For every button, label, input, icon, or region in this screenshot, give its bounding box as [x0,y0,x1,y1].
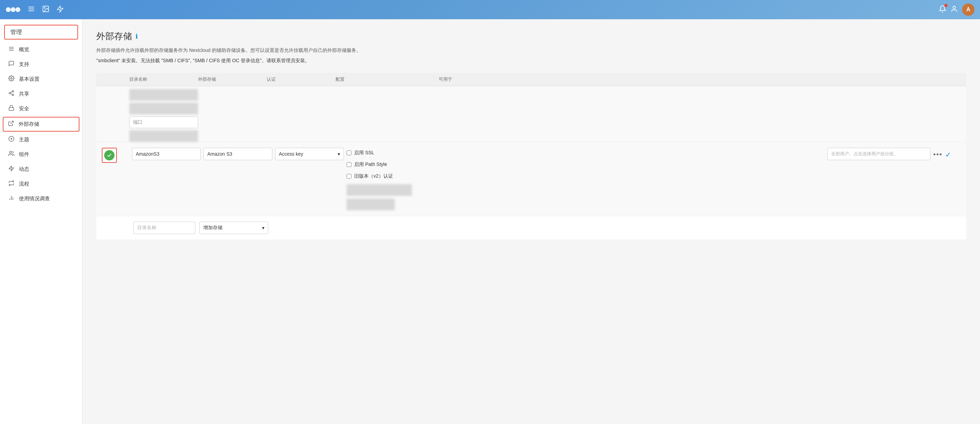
svg-point-1 [11,7,16,12]
sidebar-item-components[interactable]: 组件 [0,147,82,162]
activity-icon[interactable] [56,5,64,14]
auth-method-select[interactable]: Access key ▾ [275,148,344,160]
path-style-checkbox[interactable] [347,162,352,167]
legacy-auth-checkbox[interactable] [347,174,352,179]
config-blurred-1 [347,184,412,196]
legacy-auth-checkbox-row[interactable]: 旧版本（v2）认证 [347,171,824,181]
themes-icon [8,136,15,144]
info-icon[interactable]: ℹ [135,33,138,40]
support-icon [8,60,15,68]
col-actions [535,76,563,83]
blurred-field-2 [129,103,198,114]
user-avatar[interactable]: A [962,3,975,16]
sidebar-item-themes[interactable]: 主题 [0,132,82,147]
confirm-button[interactable]: ✓ [945,151,951,159]
sidebar-item-usage-survey[interactable]: 使用情况调查 [0,191,82,206]
upper-config-area: 端口 [96,86,966,142]
add-storage-row: 目录名称 增加存储 ▾ [96,216,966,240]
content-area: 外部存储 ℹ 外部存储插件允许挂载外部的存储服务作为 Nextcloud 的辅助… [83,19,980,424]
svg-point-4 [44,7,45,8]
table-header: 目录名称 外部存储 认证 配置 可用于 [96,73,966,86]
svg-line-14 [10,92,12,93]
sidebar-activity-label: 动态 [19,166,29,173]
sidebar-external-storage-label: 外部存储 [19,121,39,127]
svg-point-5 [953,6,955,8]
page-title: 外部存储 ℹ [96,30,966,42]
svg-point-12 [12,94,14,96]
upper-config-fields: 端口 [129,89,256,142]
sidebar-item-security[interactable]: 安全 [0,102,82,116]
notification-badge [944,4,948,7]
app-logo[interactable] [5,5,21,14]
workflow-icon [8,180,15,188]
storage-status-indicator[interactable] [102,148,117,163]
blurred-field-1 [129,89,198,101]
col-auth: 认证 [267,76,336,83]
folder-name-input[interactable]: AmazonS3 [132,148,201,160]
security-icon [8,105,15,113]
sharing-icon [8,90,15,98]
ssl-checkbox-row[interactable]: 启用 SSL [347,148,824,158]
col-available-for: 可用于 [439,76,535,83]
sidebar-basic-settings-label: 基本设置 [19,76,40,83]
files-icon[interactable] [27,5,35,14]
sidebar-themes-label: 主题 [19,137,29,143]
col-external-storage: 外部存储 [198,76,267,83]
warning-message: "smbclient" 未安装。无法挂载 "SMB / CIFS", "SMB … [96,57,966,64]
connected-check [104,150,115,160]
svg-point-9 [11,78,13,79]
svg-point-20 [10,151,12,153]
table-row: AmazonS3 Amazon S3 Access key ▾ 启用 SSL [96,142,966,216]
add-storage-select[interactable]: 增加存储 ▾ [199,222,268,234]
sidebar-item-external-storage[interactable]: 外部存储 [3,117,80,132]
components-icon [8,151,15,159]
path-style-checkbox-row[interactable]: 启用 Path Style [347,159,824,170]
external-storage-icon [8,120,14,128]
sidebar-usage-survey-label: 使用情况调查 [19,195,50,202]
sidebar-item-support[interactable]: 支持 [0,57,82,72]
row-actions: ••• ✓ [933,148,961,159]
svg-point-11 [9,92,11,94]
sidebar-sharing-label: 共享 [19,91,29,97]
sidebar: 管理 概览 支持 基本设置 [0,19,83,424]
sidebar-item-activity[interactable]: 动态 [0,162,82,176]
port-field[interactable]: 端口 [129,116,198,128]
ssl-checkbox[interactable] [347,151,352,155]
main-layout: 管理 概览 支持 基本设置 [0,19,980,424]
col-config: 配置 [336,76,439,83]
overview-icon [8,46,15,54]
sidebar-item-overview[interactable]: 概览 [0,42,82,57]
sidebar-security-label: 安全 [19,105,29,112]
sidebar-item-basic-settings[interactable]: 基本设置 [0,72,82,87]
topbar-left [5,5,64,14]
add-dropdown-icon: ▾ [262,225,264,230]
admin-button[interactable]: 管理 [4,25,78,40]
sidebar-item-workflow[interactable]: 流程 [0,176,82,191]
activity-nav-icon [8,165,15,173]
sidebar-item-sharing[interactable]: 共享 [0,87,82,102]
svg-point-10 [12,91,14,92]
storage-type-display: Amazon S3 [204,148,272,160]
config-blurred-2 [347,199,395,210]
usage-survey-icon [8,195,15,203]
svg-line-16 [11,121,13,124]
more-options-button[interactable]: ••• [933,151,942,159]
config-panel: 启用 SSL 启用 Path Style 旧版本（v2）认证 [347,148,824,210]
topbar-right: A [939,3,975,16]
sidebar-support-label: 支持 [19,61,29,68]
storage-table: 目录名称 外部存储 认证 配置 可用于 端口 [96,73,966,240]
page-description: 外部存储插件允许挂载外部的存储服务作为 Nextcloud 的辅助存储设备。您可… [96,46,966,54]
photos-icon[interactable] [42,5,49,14]
sidebar-workflow-label: 流程 [19,181,29,187]
new-folder-name-input[interactable]: 目录名称 [134,222,195,234]
col-status [102,76,129,83]
blurred-field-3 [129,130,198,142]
notifications-bell[interactable] [939,5,946,14]
settings-icon [8,75,15,83]
available-for-section: 全部用户。点击选择用户或分组。 [827,148,931,160]
sidebar-components-label: 组件 [19,151,29,158]
user-status-icon[interactable] [950,5,958,14]
user-select-input[interactable]: 全部用户。点击选择用户或分组。 [827,148,931,160]
topbar: A [0,0,980,19]
svg-line-13 [10,94,12,94]
